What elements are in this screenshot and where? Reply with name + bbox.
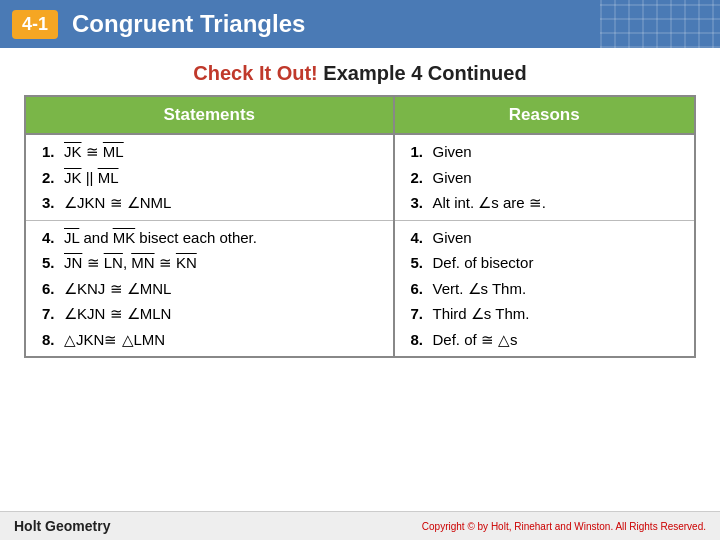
reason-text-2: Given <box>433 165 472 191</box>
stmt-num-2: 2. <box>42 165 64 191</box>
stmt-num-1: 1. <box>42 139 64 165</box>
reason-text-4: Given <box>433 225 472 251</box>
statement-3: 3. ∠JKN ≅ ∠NML <box>42 190 377 216</box>
statements-header: Statements <box>25 96 394 134</box>
stmt-num-5: 5. <box>42 250 64 276</box>
statements-group2: 4. JL and MK bisect each other. 5. JN ≅ … <box>25 220 394 357</box>
reason-text-1: Given <box>433 139 472 165</box>
reason-7: 7. Third ∠s Thm. <box>411 301 679 327</box>
table-row-group1: 1. JK ≅ ML 2. JK || ML 3. ∠JKN ≅ ∠NML <box>25 134 695 220</box>
statement-7: 7. ∠KJN ≅ ∠MLN <box>42 301 377 327</box>
stmt-text-3: ∠JKN ≅ ∠NML <box>64 190 171 216</box>
reason-6: 6. Vert. ∠s Thm. <box>411 276 679 302</box>
reason-num-1: 1. <box>411 139 433 165</box>
check-it-out-label: Check It Out! <box>193 62 317 84</box>
stmt-text-7: ∠KJN ≅ ∠MLN <box>64 301 171 327</box>
reason-3: 3. Alt int. ∠s are ≅. <box>411 190 679 216</box>
stmt-text-6: ∠KNJ ≅ ∠MNL <box>64 276 171 302</box>
statement-5: 5. JN ≅ LN, MN ≅ KN <box>42 250 377 276</box>
statements-group1: 1. JK ≅ ML 2. JK || ML 3. ∠JKN ≅ ∠NML <box>25 134 394 220</box>
stmt-text-4: JL and MK bisect each other. <box>64 225 257 251</box>
reason-1: 1. Given <box>411 139 679 165</box>
stmt-num-6: 6. <box>42 276 64 302</box>
table-row-group2: 4. JL and MK bisect each other. 5. JN ≅ … <box>25 220 695 357</box>
reason-num-6: 6. <box>411 276 433 302</box>
stmt-text-8: △JKN≅ △LMN <box>64 327 165 353</box>
statement-1: 1. JK ≅ ML <box>42 139 377 165</box>
stmt-text-5: JN ≅ LN, MN ≅ KN <box>64 250 197 276</box>
footer-left: Holt Geometry <box>14 518 110 534</box>
stmt-text-2: JK || ML <box>64 165 119 191</box>
reason-5: 5. Def. of bisector <box>411 250 679 276</box>
stmt-num-3: 3. <box>42 190 64 216</box>
reason-text-7: Third ∠s Thm. <box>433 301 530 327</box>
reason-4: 4. Given <box>411 225 679 251</box>
statement-4: 4. JL and MK bisect each other. <box>42 225 377 251</box>
reason-text-5: Def. of bisector <box>433 250 534 276</box>
header-title: Congruent Triangles <box>72 10 305 38</box>
statement-6: 6. ∠KNJ ≅ ∠MNL <box>42 276 377 302</box>
reasons-group1: 1. Given 2. Given 3. Alt int. ∠s are ≅. <box>394 134 696 220</box>
reason-num-2: 2. <box>411 165 433 191</box>
reasons-header: Reasons <box>394 96 696 134</box>
stmt-num-4: 4. <box>42 225 64 251</box>
reason-num-8: 8. <box>411 327 433 353</box>
footer: Holt Geometry Copyright © by Holt, Rineh… <box>0 511 720 540</box>
stmt-num-8: 8. <box>42 327 64 353</box>
statement-8: 8. △JKN≅ △LMN <box>42 327 377 353</box>
reason-num-7: 7. <box>411 301 433 327</box>
reason-num-5: 5. <box>411 250 433 276</box>
reason-num-3: 3. <box>411 190 433 216</box>
lesson-badge: 4-1 <box>12 10 58 39</box>
stmt-num-7: 7. <box>42 301 64 327</box>
reason-2: 2. Given <box>411 165 679 191</box>
main-content: Statements Reasons 1. JK ≅ ML 2. JK || M… <box>0 95 720 358</box>
stmt-text-1: JK ≅ ML <box>64 139 124 165</box>
proof-table: Statements Reasons 1. JK ≅ ML 2. JK || M… <box>24 95 696 358</box>
reason-text-8: Def. of ≅ △s <box>433 327 518 353</box>
footer-right: Copyright © by Holt, Rinehart and Winsto… <box>422 521 706 532</box>
reason-text-3: Alt int. ∠s are ≅. <box>433 190 547 216</box>
reason-8: 8. Def. of ≅ △s <box>411 327 679 353</box>
statement-2: 2. JK || ML <box>42 165 377 191</box>
reason-num-4: 4. <box>411 225 433 251</box>
subheading: Check It Out! Example 4 Continued <box>0 48 720 95</box>
subheading-rest: Example 4 Continued <box>318 62 527 84</box>
reasons-group2: 4. Given 5. Def. of bisector 6. Vert. ∠s… <box>394 220 696 357</box>
reason-text-6: Vert. ∠s Thm. <box>433 276 527 302</box>
header-bar: 4-1 Congruent Triangles <box>0 0 720 48</box>
